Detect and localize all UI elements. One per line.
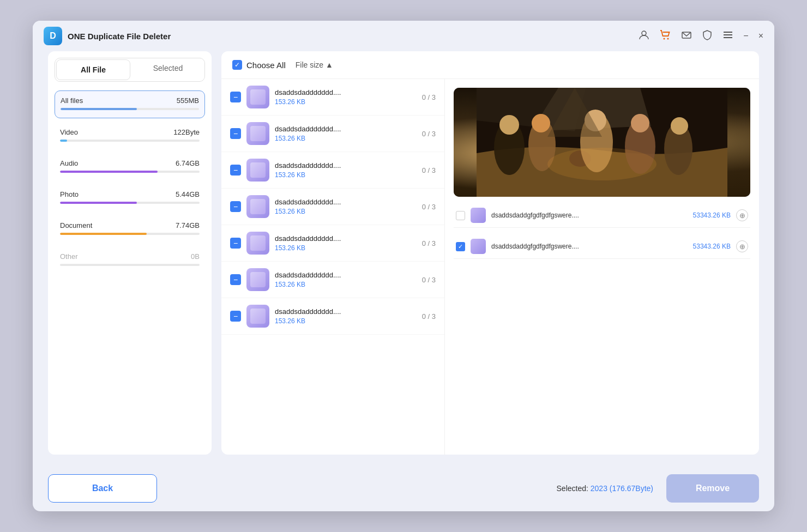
category-audio[interactable]: Audio 6.74GB [55, 154, 205, 180]
file-count: 0 / 3 [422, 130, 436, 138]
right-panel: ✓ Choose All File size ▲ − [221, 51, 759, 455]
zoom-icon-2[interactable]: ⊕ [736, 240, 748, 252]
preview-image-content [454, 88, 750, 197]
file-count: 0 / 3 [422, 239, 436, 247]
category-all-files[interactable]: All files 555MB [55, 90, 205, 118]
preview-checkbox-1[interactable] [456, 211, 465, 220]
file-item[interactable]: − dsaddsdaddddddd.... 153.26 KB 0 / 3 [221, 152, 444, 189]
category-size: 0B [191, 252, 200, 261]
category-size: 122Byte [173, 128, 200, 136]
category-name: Video [60, 128, 78, 136]
file-item[interactable]: − dsaddsdaddddddd.... 153.26 KB 0 / 3 [221, 79, 444, 116]
category-size: 555MB [177, 96, 199, 105]
svg-point-16 [631, 114, 649, 132]
app-window: D ONE Duplicate File Deleter [33, 21, 774, 511]
preview-panel: dsaddsdaddgfgdfgdfgswere.... 53343.26 KB… [445, 79, 759, 455]
preview-checkbox-2[interactable]: ✓ [456, 242, 465, 251]
file-size: 153.26 KB [275, 135, 417, 142]
choose-all-label[interactable]: ✓ Choose All [232, 60, 286, 70]
deselect-icon[interactable]: − [230, 165, 241, 176]
tab-all-file[interactable]: All File [56, 59, 130, 80]
file-icon [246, 232, 269, 255]
category-video[interactable]: Video 122Byte [55, 123, 205, 149]
titlebar: D ONE Duplicate File Deleter [33, 21, 774, 51]
remove-button[interactable]: Remove [666, 474, 759, 503]
deselect-icon[interactable]: − [230, 311, 241, 322]
file-item[interactable]: − dsaddsdaddddddd.... 153.26 KB 0 / 3 [221, 262, 444, 298]
file-size: 153.26 KB [275, 171, 417, 179]
tab-selected[interactable]: Selected [131, 58, 204, 81]
svg-point-19 [547, 148, 657, 180]
category-name: All files [61, 96, 83, 105]
file-icon [246, 159, 269, 182]
progress-bar-bg [60, 264, 200, 266]
deselect-icon[interactable]: − [230, 274, 241, 285]
selected-count: 2023 ( [591, 484, 612, 493]
file-icon [246, 305, 269, 328]
preview-file-icon-2 [471, 239, 486, 254]
sort-label-text: File size [296, 61, 323, 69]
file-item[interactable]: − dsaddsdaddddddd.... 153.26 KB 0 / 3 [221, 116, 444, 152]
minimize-button[interactable]: − [743, 31, 748, 41]
progress-bar-fill [60, 202, 137, 204]
app-icon: D [44, 27, 62, 45]
deselect-icon[interactable]: − [230, 128, 241, 139]
preview-file-row-1: dsaddsdaddgfgdfgdfgswere.... 53343.26 KB… [454, 203, 750, 228]
choose-all-checkbox[interactable]: ✓ [232, 60, 242, 70]
progress-bar-fill [60, 140, 67, 142]
zoom-icon-1[interactable]: ⊕ [736, 209, 748, 221]
deselect-icon[interactable]: − [230, 92, 241, 102]
progress-bar-bg [61, 108, 199, 110]
svg-point-1 [664, 38, 665, 39]
progress-bar-fill [61, 108, 137, 110]
file-name: dsaddsdaddddddd.... [275, 271, 417, 279]
deselect-icon[interactable]: − [230, 201, 241, 212]
titlebar-right: − × [639, 29, 763, 44]
shield-icon[interactable] [702, 29, 713, 43]
app-title: ONE Duplicate File Deleter [68, 32, 171, 41]
preview-file-name-2: dsaddsdaddgfgdfgdfgswere.... [491, 243, 688, 250]
progress-bar-bg [60, 140, 200, 142]
svg-point-18 [671, 117, 688, 135]
panel-header: ✓ Choose All File size ▲ [221, 51, 759, 79]
category-name: Audio [60, 159, 78, 167]
category-document[interactable]: Document 7.74GB [55, 216, 205, 243]
category-size: 6.74GB [176, 159, 200, 167]
selected-size: 176.67Byte [612, 484, 651, 493]
tab-bar: All File Selected [55, 58, 205, 82]
sort-button[interactable]: File size ▲ [296, 61, 333, 69]
sort-arrow-icon: ▲ [326, 61, 333, 69]
file-item[interactable]: − dsaddsdaddddddd.... 153.26 KB 0 / 3 [221, 225, 444, 262]
back-button[interactable]: Back [48, 474, 157, 503]
category-size: 5.44GB [176, 190, 200, 198]
file-item[interactable]: − dsaddsdaddddddd.... 153.26 KB 0 / 3 [221, 298, 444, 335]
cart-icon[interactable] [659, 29, 671, 44]
file-name: dsaddsdaddddddd.... [275, 88, 417, 96]
category-name: Other [60, 252, 78, 261]
category-other[interactable]: Other 0B [55, 247, 205, 274]
category-name: Document [60, 221, 92, 229]
deselect-icon[interactable]: − [230, 238, 241, 249]
selected-label: Selected: [557, 484, 588, 493]
preview-image [454, 88, 750, 197]
bottom-right: Selected: 2023 (176.67Byte) Remove [557, 474, 759, 503]
file-icon [246, 86, 269, 108]
file-size: 153.26 KB [275, 98, 417, 106]
menu-icon[interactable] [722, 29, 733, 43]
svg-point-0 [642, 31, 646, 35]
category-photo[interactable]: Photo 5.44GB [55, 185, 205, 211]
choose-all-text: Choose All [246, 61, 286, 70]
preview-file-row-2: ✓ dsaddsdaddgfgdfgdfgswere.... 53343.26 … [454, 234, 750, 259]
selected-info: Selected: 2023 (176.67Byte) [557, 484, 653, 493]
file-item[interactable]: − dsaddsdaddddddd.... 153.26 KB 0 / 3 [221, 189, 444, 225]
svg-point-2 [667, 38, 669, 39]
user-icon[interactable] [639, 29, 649, 43]
progress-bar-bg [60, 233, 200, 235]
close-button[interactable]: × [758, 31, 763, 41]
svg-point-11 [532, 114, 550, 132]
preview-file-size-1: 53343.26 KB [693, 211, 731, 219]
file-count: 0 / 3 [422, 203, 436, 211]
preview-file-name-1: dsaddsdaddgfgdfgdfgswere.... [491, 211, 688, 219]
mail-icon[interactable] [681, 29, 692, 43]
main-content: All File Selected All files 555MB Video … [33, 51, 774, 466]
